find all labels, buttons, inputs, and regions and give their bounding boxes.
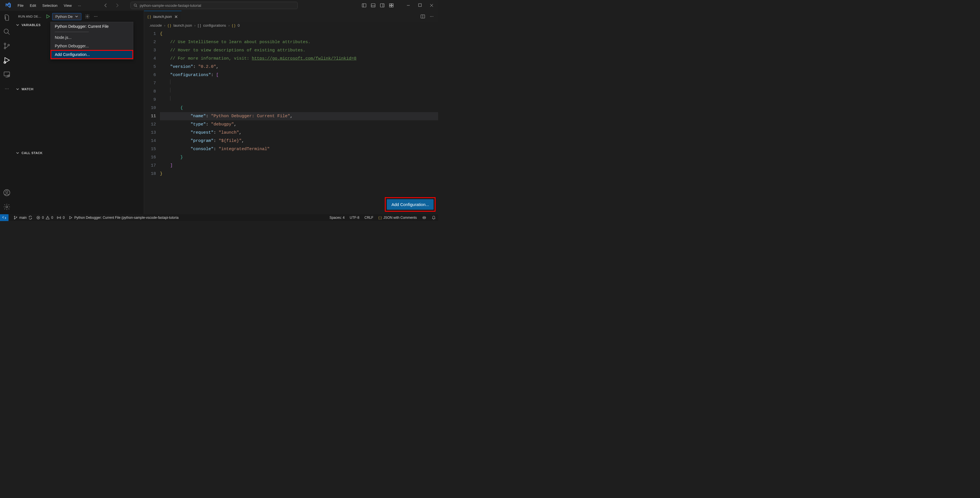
command-center-text: python-sample-vscode-fastapi-tutorial [140,3,201,8]
debug-config-dropdown[interactable]: Python De Python Debugger: Current File … [52,13,81,20]
language-label: JSON with Comments [383,215,417,220]
watch-body [14,92,144,150]
nav-forward-icon[interactable] [113,2,121,9]
panel-title: RUN AND DE… [18,15,41,18]
svg-point-12 [8,44,10,46]
split-editor-icon[interactable] [420,14,425,19]
svg-point-10 [4,43,6,45]
tab-row: { } launch.json ··· [144,11,438,22]
problems[interactable]: 0 0 [36,215,53,220]
error-icon [36,215,40,220]
command-center[interactable]: python-sample-vscode-fastapi-tutorial [130,2,298,9]
svg-point-21 [14,216,15,217]
breadcrumb-sep-icon: › [164,23,165,27]
svg-rect-7 [391,6,393,7]
remote-indicator[interactable] [0,214,8,221]
debug-target-label: Python Debugger: Current File (python-sa… [74,215,179,220]
debug-target[interactable]: Python Debugger: Current File (python-sa… [68,215,179,220]
sync-icon[interactable] [29,215,32,220]
layout-sidebar-left-icon[interactable] [361,3,367,8]
warning-icon [46,215,49,220]
json-icon: { } [232,23,235,27]
dd-item-nodejs[interactable]: Node.js... [51,33,133,42]
section-watch-label: WATCH [22,88,33,91]
svg-point-28 [425,217,425,218]
window-close-icon[interactable] [430,3,434,7]
editor: { } launch.json ··· .vscode › { } launch… [144,11,438,214]
warning-count: 0 [51,215,53,220]
chevron-down-icon [75,15,78,18]
language-status[interactable]: { } JSON with Comments [379,215,417,220]
indent-status[interactable]: Spaces: 4 [329,215,345,220]
eol-status[interactable]: CRLF [364,215,373,220]
section-watch[interactable]: WATCH [14,86,144,92]
menu-selection[interactable]: Selection [40,2,60,9]
run-debug-icon[interactable] [3,56,11,64]
breadcrumb-file[interactable]: launch.json [173,23,192,27]
breadcrumb-configurations[interactable]: configurations [203,23,226,27]
array-icon: [ ] [198,23,201,27]
window-maximize-icon[interactable] [418,3,422,7]
dropdown-separator [55,32,89,32]
debug-icon [68,215,73,220]
git-branch[interactable]: main [14,215,32,220]
layout-sidebar-right-icon[interactable] [380,3,385,8]
svg-point-25 [59,217,59,218]
breadcrumb-sep-icon: › [194,23,196,27]
dd-item-current-file[interactable]: Python Debugger: Current File [51,22,133,30]
add-configuration-button[interactable]: Add Configuration... [387,199,434,210]
start-debug-icon[interactable] [45,14,51,19]
svg-rect-14 [4,72,10,76]
settings-gear-icon[interactable] [3,203,11,211]
breadcrumb-folder[interactable]: .vscode [149,23,162,27]
svg-point-0 [134,4,136,6]
menu-file[interactable]: File [15,2,26,9]
explorer-icon[interactable] [3,14,11,22]
debug-config-popup: Python Debugger: Current File Node.js...… [51,22,133,60]
svg-point-27 [423,217,424,218]
tab-close-icon[interactable] [174,15,178,19]
more-icon[interactable]: ··· [3,85,11,93]
gutter: 123456789101112131415161718 [144,29,160,214]
encoding-status[interactable]: UTF-8 [350,215,359,220]
editor-more-icon[interactable]: ··· [430,14,434,19]
window-minimize-icon[interactable] [406,3,410,7]
broadcast-icon [57,215,61,220]
breadcrumb-index[interactable]: 0 [238,23,240,27]
layout-panel-icon[interactable] [371,3,376,8]
add-config-highlight: Add Configuration... [385,198,435,211]
json-icon: { } [379,215,382,220]
svg-rect-5 [391,4,393,5]
svg-point-19 [87,16,88,17]
run-debug-panel: RUN AND DE… Python De Python Debugger: C… [14,11,144,214]
code-content[interactable]: { // Use IntelliSense to learn about pos… [160,29,438,214]
search-icon[interactable] [3,28,11,36]
tab-label: launch.json [153,14,172,19]
remote-explorer-icon[interactable] [3,70,11,78]
svg-rect-2 [371,4,375,7]
activity-bar: ··· [0,11,14,214]
source-control-icon[interactable] [3,42,11,50]
section-call-stack[interactable]: CALL STACK [14,150,144,156]
menu-edit[interactable]: Edit [27,2,39,9]
code-editor[interactable]: 123456789101112131415161718 { // Use Int… [144,29,438,214]
account-icon[interactable] [3,189,11,196]
notifications-icon[interactable] [431,215,436,220]
ports[interactable]: 0 [57,215,65,220]
tab-launch-json[interactable]: { } launch.json [144,11,181,22]
chevron-down-icon [16,88,19,91]
layout-customize-icon[interactable] [389,3,394,8]
copilot-icon[interactable] [422,215,426,220]
menu-more-icon[interactable]: ··· [75,2,84,9]
svg-point-22 [14,219,15,219]
svg-point-23 [16,217,17,218]
dd-item-add-configuration[interactable]: Add Configuration... [51,50,133,59]
breadcrumb[interactable]: .vscode › { } launch.json › [ ] configur… [144,22,438,29]
debug-more-icon[interactable]: ··· [94,14,97,19]
debug-settings-gear-icon[interactable] [85,14,90,19]
dd-item-python-debugger[interactable]: Python Debugger... [51,42,133,50]
svg-rect-3 [380,4,384,7]
nav-back-icon[interactable] [102,2,110,9]
menu-view[interactable]: View [61,2,75,9]
json-icon: { } [168,23,171,27]
